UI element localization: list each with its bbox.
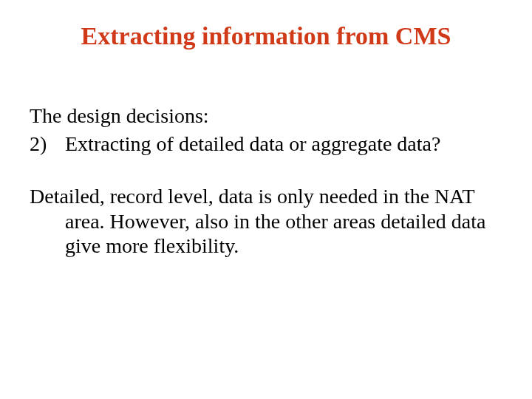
paragraph-detail: Detailed, record level, data is only nee… <box>30 184 502 259</box>
slide-body: The design decisions: 2)Extracting of de… <box>30 103 502 279</box>
slide: Extracting information from CMS The desi… <box>0 0 532 399</box>
item-number: 2) <box>30 132 65 157</box>
numbered-item: 2)Extracting of detailed data or aggrega… <box>30 132 502 157</box>
slide-title: Extracting information from CMS <box>0 22 532 50</box>
item-text: Extracting of detailed data or aggregate… <box>65 132 440 155</box>
intro-line: The design decisions: <box>30 103 502 129</box>
